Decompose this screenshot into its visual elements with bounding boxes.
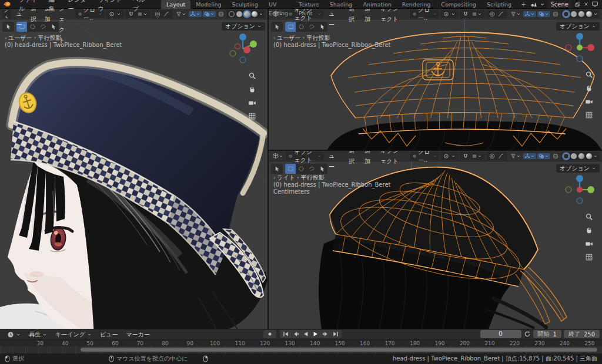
shading-solid-button[interactable]	[571, 11, 577, 17]
mode-dropdown[interactable]: オブジェクト	[286, 152, 324, 160]
navigation-gizmo[interactable]	[226, 31, 259, 64]
show-overlays-toggle[interactable]	[203, 11, 216, 17]
tab-shading[interactable]: Shading	[325, 0, 358, 9]
tab-animation[interactable]: Animation	[357, 0, 396, 9]
tab-compositing[interactable]: Compositing	[436, 0, 481, 9]
tab-scripting[interactable]: Scripting	[481, 0, 517, 9]
proportional-edit-toggle[interactable]	[488, 153, 496, 159]
object-menu[interactable]: オブジェクト	[55, 9, 73, 46]
shading-wireframe-button[interactable]	[563, 11, 569, 17]
timeline-track[interactable]	[0, 346, 602, 353]
timeline-view-menu[interactable]: ビュー	[96, 331, 121, 339]
toggle-grid-icon[interactable]	[248, 112, 257, 121]
scene-name-field[interactable]: Scene	[547, 1, 573, 8]
menu-help[interactable]: ヘルプ	[128, 0, 153, 13]
close-icon[interactable]	[583, 1, 589, 7]
tool-lasso-select-button[interactable]	[306, 22, 317, 32]
show-overlays-toggle[interactable]	[537, 153, 550, 159]
auto-keyframe-button[interactable]	[263, 330, 276, 338]
jump-to-end-button[interactable]	[332, 331, 339, 338]
menu-window[interactable]: ウィンドウ	[93, 0, 128, 13]
object-menu[interactable]: オブジェクト	[377, 151, 407, 167]
selectability-filter-dropdown[interactable]	[509, 11, 522, 17]
zoom-tool-icon[interactable]	[584, 212, 594, 221]
chevron-down-icon[interactable]	[593, 12, 598, 16]
pan-hand-icon[interactable]	[248, 85, 257, 94]
xray-toggle[interactable]	[551, 11, 560, 17]
playback-menu[interactable]: 再生	[25, 331, 51, 339]
blender-logo-icon[interactable]	[4, 1, 11, 8]
frame-end-field[interactable]: 終了250	[564, 330, 600, 338]
zoom-tool-icon[interactable]	[248, 71, 257, 80]
add-menu[interactable]: 追加	[361, 9, 376, 25]
shading-rendered-button[interactable]	[586, 153, 592, 159]
pivot-dropdown[interactable]	[440, 10, 459, 18]
shading-solid-button[interactable]	[236, 11, 242, 17]
jump-to-start-button[interactable]	[282, 331, 289, 338]
camera-view-icon[interactable]	[248, 98, 257, 107]
proportional-edit-toggle[interactable]	[488, 11, 496, 17]
orientation-dropdown[interactable]: グロー..	[410, 152, 439, 160]
chevron-down-icon[interactable]	[593, 154, 598, 159]
proportional-falloff-menu[interactable]	[162, 11, 170, 17]
shading-rendered-button[interactable]	[252, 11, 257, 17]
snap-menu[interactable]	[470, 11, 483, 17]
selectability-filter-dropdown[interactable]	[175, 11, 188, 17]
menu-edit[interactable]: 編集	[44, 0, 63, 13]
view-menu[interactable]: ビュー	[325, 151, 344, 172]
show-gizmo-toggle[interactable]	[523, 153, 536, 159]
shading-material-button[interactable]	[578, 11, 584, 17]
tool-cursor-button[interactable]	[271, 164, 283, 174]
gizmo-y-axis[interactable]	[577, 45, 583, 50]
proportional-falloff-menu[interactable]	[497, 153, 505, 159]
show-overlays-toggle[interactable]	[537, 11, 550, 17]
timeline-ruler[interactable]: 30 40 50 60 70 80 90 100 110 120 130 140…	[0, 339, 602, 346]
previous-keyframe-button[interactable]	[292, 331, 299, 338]
proportional-edit-toggle[interactable]	[153, 11, 162, 17]
gizmo-x-axis[interactable]	[587, 44, 594, 51]
snap-toggle[interactable]	[461, 11, 470, 17]
chevron-down-icon[interactable]	[259, 12, 263, 16]
shading-wireframe-button[interactable]	[563, 153, 569, 159]
xray-toggle[interactable]	[551, 153, 560, 159]
marker-menu[interactable]: マーカー	[122, 331, 153, 339]
gizmo-z-axis[interactable]	[576, 175, 583, 182]
tab-uv-editing[interactable]: UV Editing	[263, 0, 293, 9]
viewport-left[interactable]: クト ビュー 選択 追加 オブジェクト グロー..	[0, 9, 267, 329]
play-button[interactable]	[312, 331, 319, 338]
shading-material-button[interactable]	[244, 11, 250, 17]
tab-texture-paint[interactable]: Texture Paint	[293, 0, 325, 9]
zoom-tool-icon[interactable]	[584, 70, 594, 79]
toggle-grid-icon[interactable]	[584, 110, 594, 120]
shading-solid-button[interactable]	[571, 153, 577, 159]
select-menu[interactable]: 選択	[345, 151, 360, 167]
options-dropdown[interactable]: オプション	[222, 22, 265, 31]
tool-box-select-button[interactable]	[285, 22, 296, 32]
show-gizmo-toggle[interactable]	[189, 11, 202, 17]
display-settings-icon[interactable]	[591, 1, 598, 8]
options-dropdown[interactable]: オプション	[556, 22, 600, 31]
camera-view-icon[interactable]	[584, 97, 594, 106]
select-menu[interactable]: 選択	[345, 9, 360, 25]
menu-file[interactable]: ファイル	[14, 0, 44, 13]
next-keyframe-button[interactable]	[322, 331, 329, 338]
shading-wireframe-button[interactable]	[229, 11, 235, 17]
gizmo-x-axis[interactable]	[577, 187, 583, 193]
object-menu[interactable]: オブジェクト	[377, 9, 407, 25]
snap-toggle[interactable]	[461, 153, 470, 159]
options-dropdown[interactable]: オプション	[556, 164, 600, 173]
view-menu[interactable]: ビュー	[325, 9, 344, 30]
current-frame-field[interactable]: 0	[480, 330, 521, 338]
new-scene-icon[interactable]	[574, 1, 581, 8]
gizmo-y-axis[interactable]	[250, 41, 257, 48]
toggle-grid-icon[interactable]	[584, 252, 594, 262]
pan-hand-icon[interactable]	[584, 225, 594, 235]
tool-circle-select-button[interactable]	[296, 22, 306, 32]
proportional-falloff-menu[interactable]	[497, 11, 505, 17]
navigation-gizmo[interactable]	[563, 31, 596, 64]
timeline-scrollbar[interactable]	[81, 348, 597, 352]
gizmo-y-axis[interactable]	[587, 186, 594, 193]
snap-menu[interactable]	[470, 153, 483, 159]
editor-type-dropdown[interactable]	[271, 153, 285, 159]
keying-menu[interactable]: キーイング	[52, 331, 95, 339]
